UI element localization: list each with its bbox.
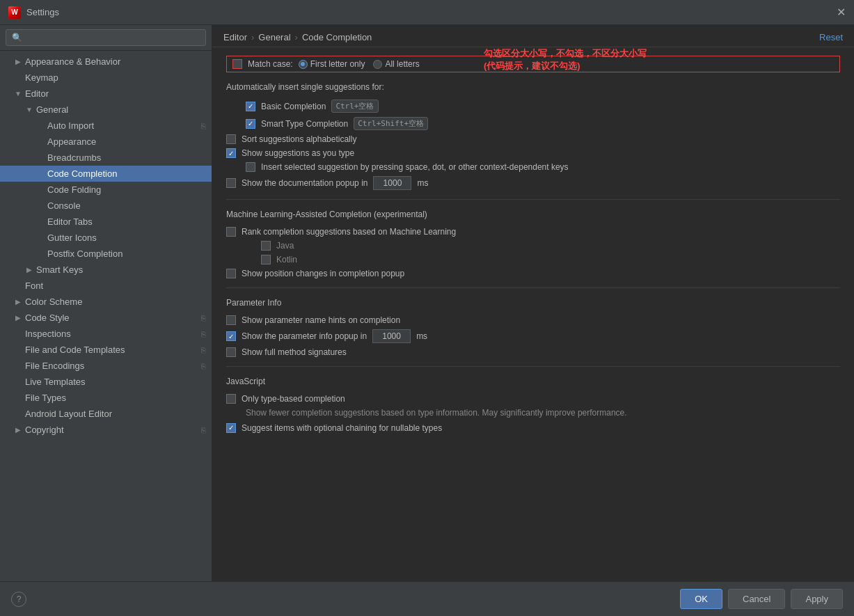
copy-icon: ⎘ (201, 346, 206, 354)
sidebar-item-file-encodings[interactable]: File Encodings ⎘ (0, 358, 212, 374)
full-signatures-label: Show full method signatures (242, 347, 347, 357)
arrow-icon: ▼ (25, 106, 33, 113)
ml-kotlin-label: Kotlin (276, 255, 297, 264)
basic-completion-checkbox[interactable] (246, 102, 255, 111)
sidebar-item-label: Font (25, 281, 43, 291)
sidebar-item-label: General (36, 104, 68, 115)
breadcrumb-part1: Editor (223, 32, 247, 42)
param-popup-ms-label: ms (416, 331, 427, 341)
sidebar-item-auto-import[interactable]: Auto Import ⎘ (0, 118, 212, 134)
smart-type-kbd: Ctrl+Shift+空格 (354, 117, 428, 130)
first-letter-label: First letter only (310, 59, 365, 69)
reset-button[interactable]: Reset (819, 32, 843, 42)
sidebar-item-label: Breadcrumbs (47, 152, 101, 163)
arrow-icon: ▶ (14, 314, 22, 322)
js-type-based-checkbox[interactable] (226, 394, 236, 404)
arrow-icon: ▶ (14, 426, 22, 434)
sidebar: ▶ Appearance & Behavior Keymap ▼ Editor … (0, 25, 212, 581)
sidebar-item-code-style[interactable]: ▶ Code Style ⎘ (0, 310, 212, 326)
smart-type-row: Smart Type Completion Ctrl+Shift+空格 (226, 115, 840, 132)
sidebar-item-smart-keys[interactable]: ▶ Smart Keys (0, 262, 212, 278)
sidebar-item-label: Appearance (47, 136, 96, 147)
param-popup-value-input[interactable] (372, 329, 411, 343)
js-nullable-checkbox[interactable] (226, 423, 236, 433)
ml-rank-checkbox[interactable] (226, 227, 236, 237)
param-info-title: Parameter Info (226, 298, 840, 308)
param-hints-checkbox[interactable] (226, 315, 236, 325)
js-nullable-row: Suggest items with optional chaining for… (226, 421, 840, 435)
sidebar-item-label: Editor Tabs (47, 216, 93, 227)
smart-type-label: Smart Type Completion (261, 119, 348, 129)
ml-position-checkbox[interactable] (226, 269, 236, 278)
show-doc-popup-checkbox[interactable] (226, 178, 236, 188)
sidebar-item-breadcrumbs[interactable]: Breadcrumbs (0, 150, 212, 166)
sort-alpha-label: Sort suggestions alphabetically (242, 134, 356, 144)
match-case-box: Match case: First letter only All letter… (226, 56, 840, 72)
radio-first-letter[interactable]: First letter only (299, 59, 365, 69)
content-scroll: Match case: First letter only All letter… (212, 47, 854, 581)
sidebar-item-appearance-behavior[interactable]: ▶ Appearance & Behavior (0, 54, 212, 70)
search-input[interactable] (6, 29, 206, 46)
window-title: Settings (26, 7, 59, 17)
sidebar-item-editor-tabs[interactable]: Editor Tabs (0, 214, 212, 230)
sidebar-item-label: Console (47, 200, 81, 211)
sidebar-item-label: Auto Import (47, 120, 94, 131)
ml-kotlin-checkbox[interactable] (261, 255, 271, 264)
copy-icon: ⎘ (201, 122, 206, 130)
ok-button[interactable]: OK (680, 589, 722, 609)
ml-kotlin-row: Kotlin (226, 253, 840, 267)
show-suggestions-checkbox[interactable] (226, 148, 236, 158)
sidebar-item-copyright[interactable]: ▶ Copyright ⎘ (0, 422, 212, 438)
param-hints-row: Show parameter name hints on completion (226, 313, 840, 327)
cancel-button[interactable]: Cancel (728, 589, 785, 609)
sidebar-item-file-code-templates[interactable]: File and Code Templates ⎘ (0, 342, 212, 358)
sidebar-item-live-templates[interactable]: Live Templates (0, 374, 212, 390)
sidebar-item-keymap[interactable]: Keymap (0, 70, 212, 86)
param-hints-label: Show parameter name hints on completion (242, 315, 400, 325)
breadcrumb: Editor › General › Code Completion (223, 32, 372, 42)
sidebar-item-console[interactable]: Console (0, 198, 212, 214)
all-letters-label: All letters (385, 59, 419, 69)
js-section-title: JavaScript (226, 377, 840, 386)
ml-java-label: Java (276, 241, 294, 251)
insert-selected-row: Insert selected suggestion by pressing s… (226, 160, 840, 174)
sidebar-item-code-folding[interactable]: Code Folding (0, 182, 212, 198)
sidebar-item-postfix-completion[interactable]: Postfix Completion (0, 246, 212, 262)
ml-position-row: Show position changes in completion popu… (226, 267, 840, 281)
doc-popup-value-input[interactable] (373, 176, 411, 190)
sidebar-item-editor[interactable]: ▼ Editor (0, 86, 212, 102)
divider-ml (226, 199, 840, 200)
sidebar-item-font[interactable]: Font (0, 278, 212, 294)
sort-alpha-checkbox[interactable] (226, 134, 236, 144)
smart-type-checkbox[interactable] (246, 119, 255, 129)
sidebar-item-code-completion[interactable]: Code Completion (0, 166, 212, 182)
ml-java-checkbox[interactable] (261, 241, 271, 251)
apply-button[interactable]: Apply (791, 589, 843, 609)
sidebar-item-color-scheme[interactable]: ▶ Color Scheme (0, 294, 212, 310)
sidebar-item-inspections[interactable]: Inspections ⎘ (0, 326, 212, 342)
sidebar-item-general[interactable]: ▼ General (0, 102, 212, 118)
sidebar-item-gutter-icons[interactable]: Gutter Icons (0, 230, 212, 246)
close-button[interactable]: ✕ (837, 6, 846, 19)
sidebar-item-label: Android Layout Editor (25, 409, 112, 419)
basic-completion-kbd: Ctrl+空格 (331, 100, 378, 113)
insert-selected-checkbox[interactable] (246, 162, 255, 172)
ml-rank-row: Rank completion suggestions based on Mac… (226, 225, 840, 239)
help-button[interactable]: ? (11, 592, 26, 607)
ml-section-title: Machine Learning-Assisted Completion (ex… (226, 210, 840, 219)
radio-all-letters[interactable]: All letters (373, 59, 419, 69)
full-signatures-checkbox[interactable] (226, 347, 236, 357)
ml-java-row: Java (226, 239, 840, 253)
js-type-based-desc-row: Show fewer completion suggestions based … (226, 406, 840, 421)
sidebar-item-label: Editor (25, 88, 49, 99)
match-case-checkbox[interactable] (232, 59, 242, 69)
sidebar-item-appearance[interactable]: Appearance (0, 134, 212, 150)
sort-alpha-row: Sort suggestions alphabetically (226, 132, 840, 146)
show-doc-popup-label: Show the documentation popup in (242, 178, 367, 188)
sidebar-item-label: Gutter Icons (47, 232, 97, 243)
param-popup-checkbox[interactable] (226, 331, 236, 341)
sidebar-item-android-layout-editor[interactable]: Android Layout Editor (0, 406, 212, 422)
sidebar-item-file-types[interactable]: File Types (0, 390, 212, 406)
divider-js (226, 366, 840, 367)
sidebar-item-label: Live Templates (25, 377, 85, 387)
